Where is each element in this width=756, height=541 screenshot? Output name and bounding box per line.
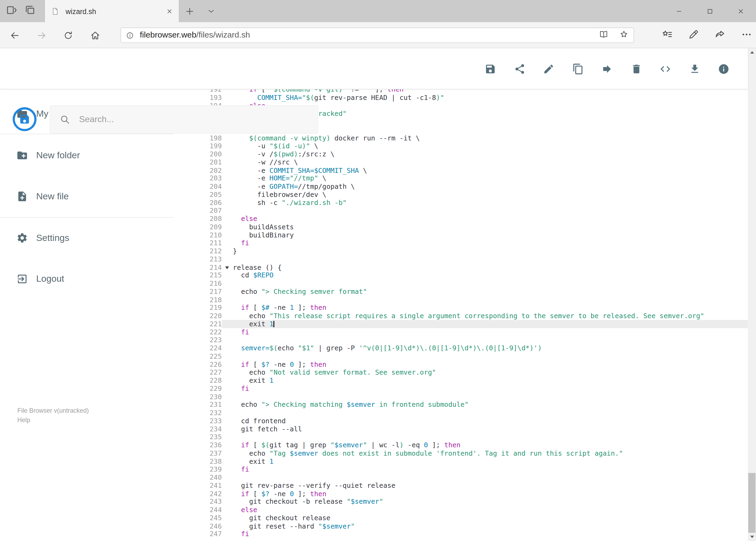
code-line-239[interactable]: 239 fi [193, 465, 748, 473]
move-button[interactable] [601, 63, 613, 75]
code-line-text[interactable]: semver=$(echo "$1" | grep -P '^v(0|[1-9]… [222, 344, 748, 352]
code-line-text[interactable]: -e COMMIT_SHA=$COMMIT_SHA \ [222, 166, 748, 175]
code-line-207[interactable]: 207 [193, 207, 748, 215]
code-line-228[interactable]: 228 exit 1 [193, 376, 748, 385]
code-line-text[interactable]: echo "> Checking matching $semver in fro… [222, 400, 748, 409]
code-line-241[interactable]: 241 git rev-parse --verify --quiet relea… [193, 482, 748, 490]
code-line-text[interactable]: cd $REPO [222, 271, 748, 279]
code-view-button[interactable] [660, 63, 671, 75]
set-tabs-aside-icon[interactable] [6, 4, 17, 18]
code-line-text[interactable]: buildBinary [222, 231, 748, 239]
code-line-193[interactable]: 193 COMMIT_SHA="$(git rev-parse HEAD | c… [193, 94, 748, 102]
window-maximize-button[interactable] [694, 0, 725, 22]
code-line-208[interactable]: 208 else [193, 215, 748, 223]
copy-button[interactable] [572, 63, 584, 75]
code-line-200[interactable]: 200 -v /$(pwd):/src:z \ [193, 150, 748, 158]
code-line-192[interactable]: 192 if [ "$(command -v git)" != "" ]; th… [193, 89, 748, 94]
site-info-icon[interactable] [126, 31, 134, 39]
code-line-235[interactable]: 235 [193, 433, 748, 441]
favorite-star-icon[interactable] [619, 29, 629, 41]
code-line-text[interactable] [222, 279, 748, 287]
code-editor[interactable]: 192 if [ "$(command -v git)" != "" ]; th… [193, 89, 748, 541]
code-line-text[interactable]: git checkout release [222, 514, 748, 522]
code-line-text[interactable] [222, 433, 748, 441]
more-options-icon[interactable] [741, 29, 752, 42]
code-line-text[interactable]: else [222, 215, 748, 223]
code-line-text[interactable]: -u "$(id -u)" \ [222, 142, 748, 150]
code-line-234[interactable]: 234 git fetch --all [193, 425, 748, 433]
code-line-216[interactable]: 216 [193, 279, 748, 287]
code-line-text[interactable]: exit 1 [222, 376, 748, 385]
code-line-text[interactable]: fi [222, 239, 748, 247]
code-line-213[interactable]: 213 [193, 255, 748, 264]
code-line-text[interactable]: release () { [222, 264, 748, 271]
code-line-text[interactable]: fi [222, 465, 748, 473]
code-line-text[interactable]: if [ $(git tag | grep "$semver" | wc -l)… [222, 441, 748, 449]
code-line-text[interactable]: -w //src \ [222, 158, 748, 166]
code-line-text[interactable] [222, 352, 748, 360]
fold-marker-icon[interactable] [225, 266, 229, 269]
code-line-219[interactable]: 219 if [ $# -ne 1 ]; then [193, 303, 748, 312]
code-line-text[interactable]: if [ $? -ne 0 ]; then [222, 360, 748, 368]
share-icon[interactable] [714, 29, 725, 42]
reading-view-icon[interactable] [599, 29, 609, 41]
code-line-217[interactable]: 217 echo "> Checking semver format" [193, 287, 748, 295]
code-line-244[interactable]: 244 else [193, 506, 748, 514]
code-line-246[interactable]: 246 git reset --hard "$semver" [193, 522, 748, 530]
sidebar-item-new-folder[interactable]: New folder [0, 143, 193, 168]
web-note-pen-icon[interactable] [688, 29, 699, 42]
code-line-230[interactable]: 230 [193, 393, 748, 401]
code-line-text[interactable]: echo "> Checking semver format" [222, 287, 748, 295]
code-line-text[interactable] [222, 473, 748, 482]
sidebar-item-new-file[interactable]: New file [0, 184, 193, 209]
code-line-206[interactable]: 206 sh -c "./wizard.sh -b" [193, 199, 748, 207]
code-line-text[interactable]: fi [222, 385, 748, 393]
code-line-236[interactable]: 236 if [ $(git tag | grep "$semver" | wc… [193, 441, 748, 449]
share-button[interactable] [514, 63, 525, 75]
download-button[interactable] [689, 63, 700, 75]
code-line-203[interactable]: 203 -e HOME="//tmp" \ [193, 174, 748, 182]
sidebar-item-settings[interactable]: Settings [0, 225, 193, 251]
code-line-text[interactable]: git reset --hard "$semver" [222, 522, 748, 530]
code-line-245[interactable]: 245 git checkout release [193, 514, 748, 522]
code-line-text[interactable]: if [ $# -ne 1 ]; then [222, 303, 748, 312]
window-minimize-button[interactable] [663, 0, 694, 22]
vertical-scrollbar[interactable] [748, 48, 756, 541]
code-line-199[interactable]: 199 -u "$(id -u)" \ [193, 142, 748, 150]
code-line-232[interactable]: 232 [193, 409, 748, 417]
code-line-text[interactable]: echo "This release script requires a sin… [222, 312, 748, 320]
info-button[interactable] [718, 63, 730, 75]
code-line-223[interactable]: 223 [193, 336, 748, 344]
code-line-214[interactable]: 214release () { [193, 264, 748, 271]
code-line-225[interactable]: 225 [193, 352, 748, 360]
code-line-text[interactable]: fi [222, 530, 748, 538]
code-line-212[interactable]: 212} [193, 247, 748, 255]
code-line-text[interactable]: COMMIT_SHA="$(git rev-parse HEAD | cut -… [222, 94, 748, 102]
sidebar-item-logout[interactable]: Logout [0, 266, 193, 291]
code-line-text[interactable]: echo "Tag $semver does not exist in subm… [222, 449, 748, 457]
code-line-text[interactable]: -e HOME="//tmp" \ [222, 174, 748, 182]
window-close-button[interactable] [725, 0, 756, 22]
code-line-text[interactable]: else [222, 506, 748, 514]
rename-button[interactable] [543, 63, 554, 75]
refresh-button[interactable] [60, 28, 76, 43]
code-line-233[interactable]: 233 cd frontend [193, 417, 748, 425]
code-line-text[interactable]: sh -c "./wizard.sh -b" [222, 199, 748, 207]
home-button[interactable] [87, 28, 103, 43]
address-bar[interactable]: filebrowser.web/files/wizard.sh [121, 28, 634, 43]
code-line-211[interactable]: 211 fi [193, 239, 748, 247]
tab-close-icon[interactable] [166, 8, 172, 14]
code-line-243[interactable]: 243 git checkout -b release "$semver" [193, 498, 748, 506]
code-line-231[interactable]: 231 echo "> Checking matching $semver in… [193, 400, 748, 409]
search-input[interactable] [79, 114, 308, 125]
code-line-text[interactable]: -e GOPATH=//tmp/gopath \ [222, 182, 748, 191]
code-line-text[interactable]: git rev-parse --verify --quiet release [222, 482, 748, 490]
help-link[interactable]: Help [17, 415, 89, 425]
code-line-text[interactable]: fi [222, 328, 748, 336]
code-line-text[interactable]: if [ $? -ne 0 ]; then [222, 490, 748, 498]
code-line-text[interactable] [222, 409, 748, 417]
code-line-text[interactable] [222, 295, 748, 303]
code-line-222[interactable]: 222 fi [193, 328, 748, 336]
code-line-text[interactable]: cd frontend [222, 417, 748, 425]
tabs-preview-icon[interactable] [24, 4, 36, 18]
